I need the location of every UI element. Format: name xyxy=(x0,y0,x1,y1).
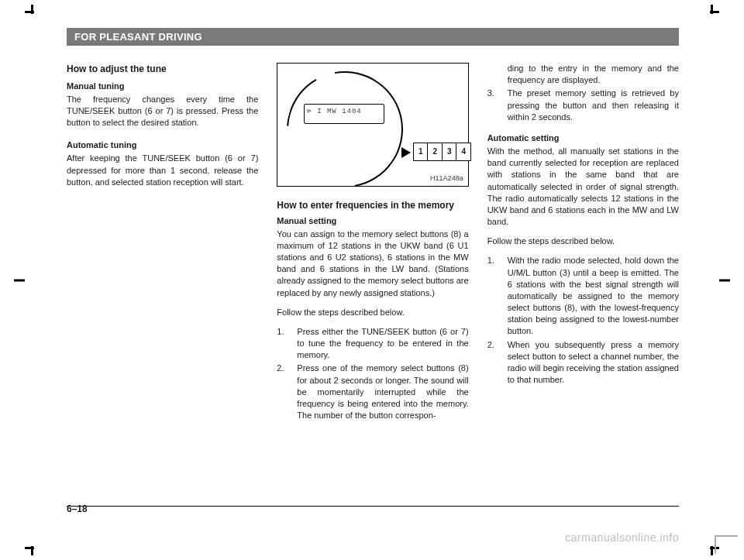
lcd-readout: ⊳ I MW 1404 xyxy=(307,107,361,116)
heading-automatic-setting: Automatic setting xyxy=(487,132,679,144)
list-item: ding to the entry in the memory and the … xyxy=(487,63,679,86)
preset-button-1: 1 xyxy=(413,143,429,161)
para-follow-steps-2: Follow the steps described below. xyxy=(487,235,679,247)
fold-corner-icon xyxy=(715,535,738,554)
step-text: When you subsequently press a memory sel… xyxy=(508,339,679,387)
manual-setting-steps: 1.Press either the TUNE/SEEK button (6 o… xyxy=(277,326,468,421)
crop-mark xyxy=(31,5,33,14)
crop-mark xyxy=(14,279,25,281)
automatic-setting-steps: 1.With the radio mode selected, hold dow… xyxy=(487,255,679,386)
preset-button-4: 4 xyxy=(456,143,471,161)
step-number: 2. xyxy=(487,339,505,387)
step-number: 1. xyxy=(487,255,505,337)
manual-setting-steps-cont: ding to the entry in the memory and the … xyxy=(487,63,679,123)
step-text: The preset memory setting is retrieved b… xyxy=(508,88,679,123)
watermark-text: carmanualsonline.info xyxy=(565,531,679,544)
column-2: ⊳ I MW 1404 1 2 3 4 H11A248a How to ente… xyxy=(277,63,468,423)
page-sheet: FOR PLEASANT DRIVING How to adjust the t… xyxy=(67,28,679,524)
crop-mark xyxy=(711,5,713,14)
step-number: 3. xyxy=(487,88,505,123)
para-automatic-tuning: After keeping the TUNE/SEEK button (6 or… xyxy=(67,153,258,188)
crop-mark xyxy=(31,546,33,555)
step-number xyxy=(487,63,505,86)
para-manual-tuning: The frequency changes every time the TUN… xyxy=(67,94,258,129)
step-number: 1. xyxy=(277,326,294,362)
section-header: FOR PLEASANT DRIVING xyxy=(67,28,679,46)
step-text: ding to the entry in the memory and the … xyxy=(508,63,679,86)
para-follow-steps: Follow the steps described below. xyxy=(277,307,468,318)
figure-radio-preset: ⊳ I MW 1404 1 2 3 4 H11A248a xyxy=(277,63,468,187)
step-number: 2. xyxy=(277,362,294,421)
section-header-text: FOR PLEASANT DRIVING xyxy=(74,31,202,43)
list-item: 2.When you subsequently press a memory s… xyxy=(487,339,679,387)
column-3: ding to the entry in the memory and the … xyxy=(487,63,679,423)
step-text: Press either the TUNE/SEEK button (6 or … xyxy=(297,326,468,362)
arrow-right-icon xyxy=(401,147,411,158)
list-item: 1.With the radio mode selected, hold dow… xyxy=(487,255,679,337)
crop-mark xyxy=(711,546,713,555)
list-item: 1.Press either the TUNE/SEEK button (6 o… xyxy=(277,326,468,362)
list-item: 3.The preset memory setting is retrieved… xyxy=(487,88,679,123)
column-container: How to adjust the tune Manual tuning The… xyxy=(67,63,679,423)
para-manual-setting: You can assign to the memory select butt… xyxy=(277,228,468,299)
footer-rule xyxy=(67,506,679,507)
crop-mark xyxy=(719,279,730,281)
figure-label: H11A248a xyxy=(430,173,463,183)
heading-adjust-tune: How to adjust the tune xyxy=(67,63,258,76)
preset-button-row: 1 2 3 4 xyxy=(414,143,471,161)
heading-manual-tuning: Manual tuning xyxy=(67,81,258,92)
column-1: How to adjust the tune Manual tuning The… xyxy=(67,63,258,423)
para-automatic-setting: With the method, all manually set statio… xyxy=(487,146,679,228)
preset-button-3: 3 xyxy=(442,143,457,161)
heading-automatic-tuning: Automatic tuning xyxy=(67,139,258,151)
step-text: With the radio mode selected, hold down … xyxy=(508,255,679,337)
page-number: 6–18 xyxy=(67,503,88,514)
heading-enter-frequencies: How to enter frequencies in the memory xyxy=(277,199,468,212)
list-item: 2.Press one of the memory select buttons… xyxy=(277,362,468,421)
heading-manual-setting: Manual setting xyxy=(277,215,468,227)
step-text: Press one of the memory select buttons (… xyxy=(297,362,468,421)
preset-button-2: 2 xyxy=(427,143,443,161)
